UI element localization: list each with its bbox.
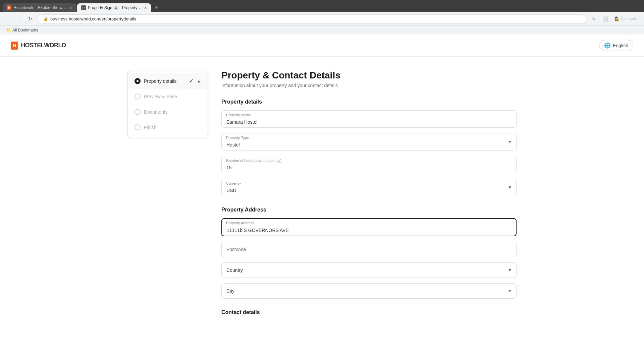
property-type-group: Property Type Hostel Hotel Guesthouse Ap…: [221, 133, 517, 150]
language-selector[interactable]: 🌐 English: [599, 40, 633, 51]
nav-buttons: ← → ↻: [4, 14, 35, 23]
back-button[interactable]: ←: [4, 14, 13, 23]
browser-actions: ☆ ⬜ 🕵️ Incognito: [589, 14, 640, 23]
tab-close-2[interactable]: ✕: [144, 6, 147, 10]
sidebar-card: Property details ✓ ▲ Preview & Save Docu…: [127, 70, 208, 138]
address-bar-area: ← → ↻ 🔒 business.hostelworld.com/en/prop…: [0, 12, 644, 25]
sidebar-item-property-details[interactable]: Property details ✓ ▲: [128, 73, 208, 89]
city-group: City ▼: [221, 283, 517, 299]
logo-text: HOSTELWORLD: [21, 42, 66, 49]
postcode-input[interactable]: [221, 242, 517, 257]
address-input[interactable]: [221, 218, 517, 236]
page-title: Property & Contact Details: [221, 70, 517, 81]
address-group: Property Address: [221, 218, 517, 236]
sidebar-expand-icon: ▲: [197, 79, 201, 83]
sidebar: Property details ✓ ▲ Preview & Save Docu…: [127, 70, 208, 321]
all-bookmarks[interactable]: 📁 All Bookmarks: [4, 27, 40, 33]
tab-title-2: Property Sign Up - Property an...: [88, 5, 142, 10]
sidebar-label-preview-save: Preview & Save: [144, 94, 201, 99]
sidebar-label-property-details: Property details: [144, 78, 186, 84]
city-select[interactable]: City: [221, 283, 517, 299]
browser-tab-2[interactable]: P Property Sign Up - Property an... ✕: [77, 3, 151, 12]
reload-button[interactable]: ↻: [25, 14, 35, 23]
bookmarks-folder-icon: 📁: [6, 28, 11, 33]
page-subtitle: Information about your property and your…: [221, 83, 517, 88]
property-details-heading: Property details: [221, 99, 517, 105]
sidebar-item-finish[interactable]: Finish: [128, 120, 208, 135]
beds-input[interactable]: [221, 156, 517, 173]
url-bar[interactable]: 🔒 business.hostelworld.com/en/propertyde…: [38, 14, 586, 23]
property-type-select[interactable]: Hostel Hotel Guesthouse Apartment: [221, 133, 517, 150]
property-name-input[interactable]: [221, 110, 517, 128]
tab-close-1[interactable]: ✕: [69, 6, 72, 10]
sidebar-label-finish: Finish: [144, 125, 201, 130]
country-select[interactable]: Country United States United Kingdom Ger…: [221, 262, 517, 278]
address-heading: Property Address: [221, 207, 517, 213]
logo[interactable]: H HOSTELWORLD: [11, 42, 66, 50]
tab-title-1: Hostelworld - Explore the worl...: [13, 5, 67, 10]
country-group: Country United States United Kingdom Ger…: [221, 262, 517, 278]
browser-chrome: H Hostelworld - Explore the worl... ✕ P …: [0, 0, 644, 35]
sidebar-radio-property-details: [135, 78, 141, 84]
logo-box: H: [11, 42, 18, 50]
contact-heading: Contact details: [221, 309, 517, 315]
tab-favicon-2: P: [81, 5, 86, 10]
incognito-area: 🕵️ Incognito: [612, 16, 640, 21]
currency-select[interactable]: USD EUR GBP: [221, 179, 517, 196]
currency-group: Currency USD EUR GBP ▼: [221, 179, 517, 196]
new-tab-button[interactable]: +: [152, 3, 161, 12]
lang-label: English: [613, 43, 628, 48]
bookmarks-bar: 📁 All Bookmarks: [0, 25, 644, 35]
url-text: business.hostelworld.com/en/propertydeta…: [50, 16, 136, 21]
incognito-icon: 🕵️: [614, 16, 620, 21]
sidebar-label-documents: Documents: [144, 109, 201, 115]
property-name-group: Property Name: [221, 110, 517, 128]
sidebar-item-documents[interactable]: Documents: [128, 104, 208, 120]
browser-tabs: H Hostelworld - Explore the worl... ✕ P …: [0, 3, 644, 12]
main-content: Property details ✓ ▲ Preview & Save Docu…: [87, 57, 557, 334]
secure-icon: 🔒: [43, 16, 48, 21]
sidebar-radio-finish: [135, 124, 141, 130]
sidebar-check-property-details: ✓: [189, 78, 194, 84]
page-wrapper: H HOSTELWORLD 🌐 English Property details…: [0, 35, 644, 362]
tab-favicon-1: H: [7, 5, 11, 10]
split-view-button[interactable]: ⬜: [600, 14, 610, 23]
beds-group: Number of beds (total occupancy): [221, 156, 517, 173]
globe-icon: 🌐: [604, 42, 611, 49]
sidebar-radio-preview-save: [135, 94, 141, 100]
forward-button[interactable]: →: [15, 14, 24, 23]
form-section: Property & Contact Details Information a…: [221, 70, 517, 321]
browser-tab-1[interactable]: H Hostelworld - Explore the worl... ✕: [3, 3, 76, 12]
bookmark-star-button[interactable]: ☆: [589, 14, 598, 23]
bookmarks-label: All Bookmarks: [12, 28, 38, 33]
sidebar-item-preview-save[interactable]: Preview & Save: [128, 89, 208, 104]
sidebar-radio-documents: [135, 109, 141, 115]
incognito-label: Incognito: [621, 16, 637, 21]
site-header: H HOSTELWORLD 🌐 English: [0, 35, 644, 57]
postcode-group: [221, 242, 517, 257]
